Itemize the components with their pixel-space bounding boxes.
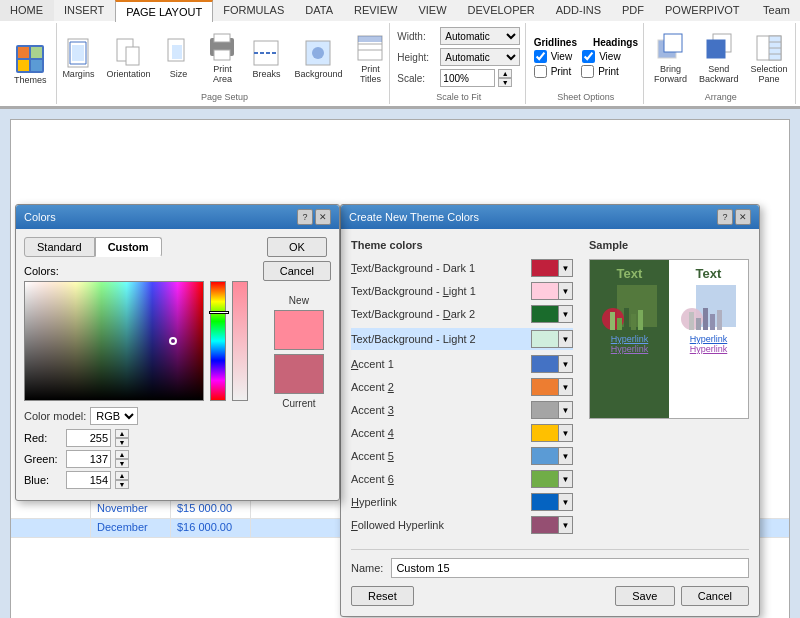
themes-icon — [14, 43, 46, 75]
theme-help-button[interactable]: ? — [717, 209, 733, 225]
margins-button[interactable]: Margins — [57, 34, 99, 82]
red-input[interactable] — [66, 429, 111, 447]
hyperlink-swatch[interactable] — [531, 493, 559, 511]
print-titles-button[interactable]: PrintTitles — [349, 29, 391, 87]
tab-custom[interactable]: Custom — [95, 237, 162, 257]
dark1-dropdown[interactable]: ▼ — [559, 259, 573, 277]
hyperlink-dropdown[interactable]: ▼ — [559, 493, 573, 511]
red-label: Red: — [24, 432, 62, 444]
scale-up[interactable]: ▲ — [498, 69, 512, 78]
reset-button[interactable]: Reset — [351, 586, 414, 606]
followed-swatch[interactable] — [531, 516, 559, 534]
orientation-button[interactable]: Orientation — [101, 34, 155, 82]
green-spin-down[interactable]: ▼ — [115, 459, 129, 468]
sample-light-text: Text — [696, 266, 722, 281]
alpha-bar[interactable] — [232, 281, 248, 401]
sample-dark-hyperlink[interactable]: Hyperlink — [611, 334, 649, 344]
green-input[interactable] — [66, 450, 111, 468]
tab-page-layout[interactable]: PAGE LAYOUT — [115, 0, 213, 22]
tab-view[interactable]: VIEW — [408, 0, 457, 21]
scale-down[interactable]: ▼ — [498, 78, 512, 87]
accent1-swatch[interactable] — [531, 355, 559, 373]
sample-light-visited[interactable]: Hyperlink — [690, 344, 728, 354]
tab-team[interactable]: Team — [753, 0, 800, 21]
light1-label: Text/Background - Light 1 — [351, 285, 525, 297]
width-select[interactable]: Automatic — [440, 27, 520, 45]
light2-dropdown[interactable]: ▼ — [559, 330, 573, 348]
tab-developer[interactable]: DEVELOPER — [458, 0, 546, 21]
tab-home[interactable]: HOME — [0, 0, 54, 21]
colors-help-button[interactable]: ? — [297, 209, 313, 225]
dark2-swatch[interactable] — [531, 305, 559, 323]
accent5-dropdown[interactable]: ▼ — [559, 447, 573, 465]
headings-view-checkbox[interactable] — [582, 50, 595, 63]
light1-dropdown[interactable]: ▼ — [559, 282, 573, 300]
theme-cancel-button[interactable]: Cancel — [681, 586, 749, 606]
background-label: Background — [294, 69, 342, 79]
bring-forward-button[interactable]: BringForward — [649, 29, 692, 87]
print-area-button[interactable]: PrintArea — [201, 29, 243, 87]
sample-light-hyperlink[interactable]: Hyperlink — [690, 334, 728, 344]
height-select[interactable]: Automatic — [440, 48, 520, 66]
sample-dark-visited[interactable]: Hyperlink — [611, 344, 649, 354]
scale-input[interactable] — [440, 69, 495, 87]
theme-name-input[interactable] — [391, 558, 749, 578]
colors-cancel-button[interactable]: Cancel — [263, 261, 331, 281]
theme-close-button[interactable]: ✕ — [735, 209, 751, 225]
svg-rect-29 — [707, 40, 725, 58]
tab-review[interactable]: REVIEW — [344, 0, 408, 21]
blue-spin-down[interactable]: ▼ — [115, 480, 129, 489]
red-spin-down[interactable]: ▼ — [115, 438, 129, 447]
green-spin-up[interactable]: ▲ — [115, 450, 129, 459]
svg-rect-12 — [126, 47, 139, 65]
accent4-swatch[interactable] — [531, 424, 559, 442]
tab-insert[interactable]: INSERT — [54, 0, 115, 21]
accent5-swatch[interactable] — [531, 447, 559, 465]
accent3-swatch[interactable] — [531, 401, 559, 419]
tab-powerpivot[interactable]: POWERPIVOT — [655, 0, 751, 21]
accent3-dropdown[interactable]: ▼ — [559, 401, 573, 419]
gridlines-view-checkbox[interactable] — [534, 50, 547, 63]
accent4-dropdown[interactable]: ▼ — [559, 424, 573, 442]
margins-icon — [62, 37, 94, 69]
followed-dropdown[interactable]: ▼ — [559, 516, 573, 534]
dark1-swatch[interactable] — [531, 259, 559, 277]
accent2-swatch[interactable] — [531, 378, 559, 396]
colors-ok-button[interactable]: OK — [267, 237, 327, 257]
tab-addins[interactable]: ADD-INS — [546, 0, 612, 21]
size-button[interactable]: Size — [157, 34, 199, 82]
light2-swatch[interactable] — [531, 330, 559, 348]
hue-bar[interactable] — [210, 281, 226, 401]
tab-pdf[interactable]: PDF — [612, 0, 655, 21]
tab-formulas[interactable]: FORMULAS — [213, 0, 295, 21]
accent6-dropdown[interactable]: ▼ — [559, 470, 573, 488]
themes-button[interactable]: Themes — [9, 40, 52, 88]
gridlines-print-checkbox[interactable] — [534, 65, 547, 78]
dark2-dropdown[interactable]: ▼ — [559, 305, 573, 323]
accent5-label: Accent 5 — [351, 450, 525, 462]
send-backward-button[interactable]: SendBackward — [694, 29, 744, 87]
blue-input[interactable] — [66, 471, 111, 489]
accent4-label: Accent 4 — [351, 427, 525, 439]
scale-label: Scale: — [397, 73, 437, 84]
blue-spin-up[interactable]: ▲ — [115, 471, 129, 480]
theme-colors-column: Theme colors Text/Background - Dark 1 ▼ … — [351, 239, 573, 539]
group-scale: Width: Automatic Height: Automatic Scale… — [392, 23, 526, 104]
group-themes: Themes — [4, 23, 57, 104]
headings-print-checkbox[interactable] — [581, 65, 594, 78]
accent1-dropdown[interactable]: ▼ — [559, 355, 573, 373]
selection-pane-button[interactable]: SelectionPane — [745, 29, 792, 87]
color-model-select[interactable]: RGB — [90, 407, 138, 425]
red-spin-up[interactable]: ▲ — [115, 429, 129, 438]
accent6-swatch[interactable] — [531, 470, 559, 488]
breaks-button[interactable]: Breaks — [245, 34, 287, 82]
light1-swatch[interactable] — [531, 282, 559, 300]
theme-color-row-accent4: Accent 4 ▼ — [351, 424, 573, 442]
background-button[interactable]: Background — [289, 34, 347, 82]
color-gradient[interactable] — [24, 281, 204, 401]
tab-data[interactable]: DATA — [295, 0, 344, 21]
save-button[interactable]: Save — [615, 586, 675, 606]
tab-standard[interactable]: Standard — [24, 237, 95, 257]
colors-close-button[interactable]: ✕ — [315, 209, 331, 225]
accent2-dropdown[interactable]: ▼ — [559, 378, 573, 396]
